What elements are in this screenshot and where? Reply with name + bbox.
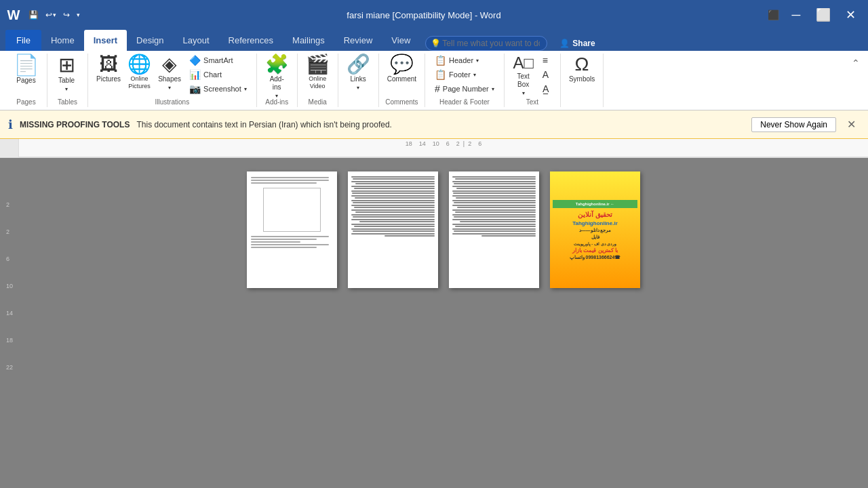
page-number-button[interactable]: # Page Number ▾ bbox=[431, 82, 498, 96]
info-bar: ℹ MISSING PROOFING TOOLS This document c… bbox=[0, 110, 868, 139]
text-line bbox=[452, 219, 536, 220]
text-line bbox=[454, 230, 536, 232]
ribbon-group-media: 🎬 OnlineVideo Media bbox=[298, 54, 338, 107]
text-line bbox=[351, 190, 435, 192]
illustrations-col: 🔷 SmartArt 📊 Chart 📷 Screenshot ▾ bbox=[185, 54, 251, 96]
pages-icon: 📄 bbox=[14, 55, 39, 75]
ribbon-toggle-icon[interactable]: ⬛ bbox=[765, 7, 781, 23]
text-line bbox=[384, 235, 435, 237]
save-button[interactable]: 💾 bbox=[26, 9, 41, 21]
header-footer-col: 📋 Header ▾ 📋 Footer ▾ # Page Number ▾ bbox=[431, 54, 498, 96]
text-line bbox=[456, 188, 536, 189]
window-title: farsi miane [Compatibility Mode] - Word bbox=[83, 10, 765, 20]
addins-button[interactable]: 🧩 Add-ins ▾ bbox=[262, 54, 292, 96]
screenshot-button[interactable]: 📷 Screenshot ▾ bbox=[185, 82, 251, 96]
text-line bbox=[355, 197, 435, 199]
dropcap-button[interactable]: A̲ bbox=[538, 82, 555, 96]
text-line bbox=[454, 202, 536, 203]
comment-button[interactable]: 💬 Comment bbox=[384, 54, 419, 96]
info-close-button[interactable]: ✕ bbox=[843, 117, 860, 132]
shapes-dropdown-icon: ▾ bbox=[168, 85, 171, 91]
chart-button[interactable]: 📊 Chart bbox=[185, 68, 251, 81]
pictures-button[interactable]: 🖼 Pictures bbox=[94, 54, 123, 96]
links-button[interactable]: 🔗 Links ▾ bbox=[344, 54, 373, 96]
page-3 bbox=[449, 171, 539, 288]
redo-button[interactable]: ↪ bbox=[60, 9, 73, 21]
left-bar: 2 2 6 10 14 18 22 bbox=[0, 158, 19, 488]
text-line bbox=[454, 216, 536, 218]
text-line bbox=[353, 230, 435, 232]
collapse-ribbon-button[interactable]: ⌃ bbox=[849, 56, 863, 70]
ribbon-group-tables: ⊞ Table ▾ Tables bbox=[47, 54, 88, 107]
never-show-again-button[interactable]: Never Show Again bbox=[751, 117, 836, 132]
share-button[interactable]: 👤 Share bbox=[553, 36, 601, 51]
illustrations-group-label: Illustrations bbox=[94, 97, 251, 107]
text-line bbox=[455, 226, 536, 227]
symbols-button[interactable]: Ω Symbols bbox=[566, 54, 597, 96]
text-line bbox=[452, 214, 536, 216]
redo-icon: ↪ bbox=[63, 10, 70, 20]
undo-button[interactable]: ↩ ▾ bbox=[43, 9, 59, 21]
tab-references[interactable]: References bbox=[219, 30, 283, 51]
tell-me-input[interactable] bbox=[425, 36, 547, 51]
left-ruler: 2 2 6 10 14 18 22 bbox=[6, 201, 13, 371]
text-line bbox=[351, 195, 435, 197]
online-video-button[interactable]: 🎬 OnlineVideo bbox=[303, 54, 332, 96]
textbox-dropdown-icon: ▾ bbox=[522, 90, 525, 96]
addins-group-label: Add-ins bbox=[262, 97, 292, 107]
tables-group-items: ⊞ Table ▾ bbox=[53, 54, 82, 96]
undo-icon: ↩ bbox=[45, 10, 52, 20]
quick-access-toolbar: 💾 ↩ ▾ ↪ ▾ bbox=[26, 9, 83, 21]
links-icon: 🔗 bbox=[347, 55, 370, 74]
ribbon: File Home Insert Design Layout Reference… bbox=[0, 30, 868, 110]
tab-layout[interactable]: Layout bbox=[174, 30, 219, 51]
tab-review[interactable]: Review bbox=[334, 30, 382, 51]
close-button[interactable]: ✕ bbox=[838, 4, 863, 26]
pages-group-items: 📄 Pages bbox=[11, 54, 41, 96]
title-bar: W 💾 ↩ ▾ ↪ ▾ farsi miane [Compatibility M… bbox=[0, 0, 868, 30]
document-area: 2 2 6 10 14 18 22 bbox=[0, 158, 868, 488]
tab-insert[interactable]: Insert bbox=[84, 30, 127, 51]
text-line bbox=[456, 197, 536, 199]
tab-view[interactable]: View bbox=[382, 30, 420, 51]
quick-parts-button[interactable]: ≡ bbox=[538, 54, 555, 67]
pages-button[interactable]: 📄 Pages bbox=[11, 54, 41, 96]
ribbon-tabs: File Home Insert Design Layout Reference… bbox=[0, 30, 868, 51]
page-line bbox=[251, 244, 329, 245]
textbox-button[interactable]: A□ TextBox ▾ bbox=[510, 54, 537, 96]
links-group-label bbox=[344, 104, 373, 107]
ad-title: تحقیق آنلاین bbox=[578, 211, 612, 218]
tab-design[interactable]: Design bbox=[127, 30, 173, 51]
ad-content: Tahghighonline.ir ← تحقیق آنلاین Tahghig… bbox=[550, 171, 640, 288]
page-line bbox=[251, 247, 317, 248]
footer-dropdown-icon: ▾ bbox=[473, 72, 476, 78]
wordart-button[interactable]: A bbox=[538, 68, 555, 81]
page-3-content bbox=[449, 171, 539, 241]
text-line bbox=[359, 221, 435, 222]
ribbon-group-text: A□ TextBox ▾ ≡ A A̲ Text bbox=[505, 54, 561, 107]
page-line bbox=[251, 180, 329, 181]
minimize-button[interactable]: ─ bbox=[784, 4, 808, 26]
text-line bbox=[354, 207, 435, 208]
text-line bbox=[460, 221, 536, 222]
text-line bbox=[452, 176, 536, 178]
ad-line3: وردی دی اف - پاورپوینت bbox=[574, 241, 617, 246]
customize-qat-button[interactable]: ▾ bbox=[74, 10, 83, 20]
word-logo-icon: W bbox=[5, 7, 22, 23]
smartart-button[interactable]: 🔷 SmartArt bbox=[185, 54, 251, 67]
online-pictures-icon: 🌐 bbox=[127, 55, 151, 74]
footer-button[interactable]: 📋 Footer ▾ bbox=[431, 68, 498, 81]
undo-dropdown[interactable]: ▾ bbox=[53, 12, 56, 18]
tab-mailings[interactable]: Mailings bbox=[283, 30, 334, 51]
restore-button[interactable]: ⬜ bbox=[811, 4, 835, 26]
text-line bbox=[355, 211, 435, 213]
table-button[interactable]: ⊞ Table ▾ bbox=[53, 54, 80, 96]
header-button[interactable]: 📋 Header ▾ bbox=[431, 54, 498, 67]
ad-line1: مرجع دانلو——د bbox=[579, 228, 612, 233]
tab-file[interactable]: File bbox=[5, 30, 41, 51]
online-pictures-button[interactable]: 🌐 OnlinePictures bbox=[125, 54, 154, 96]
shapes-button[interactable]: ◈ Shapes ▾ bbox=[155, 54, 184, 96]
tab-home[interactable]: Home bbox=[41, 30, 84, 51]
info-message: This document contains text in Persian (… bbox=[136, 120, 745, 129]
info-icon: ℹ bbox=[8, 117, 13, 132]
